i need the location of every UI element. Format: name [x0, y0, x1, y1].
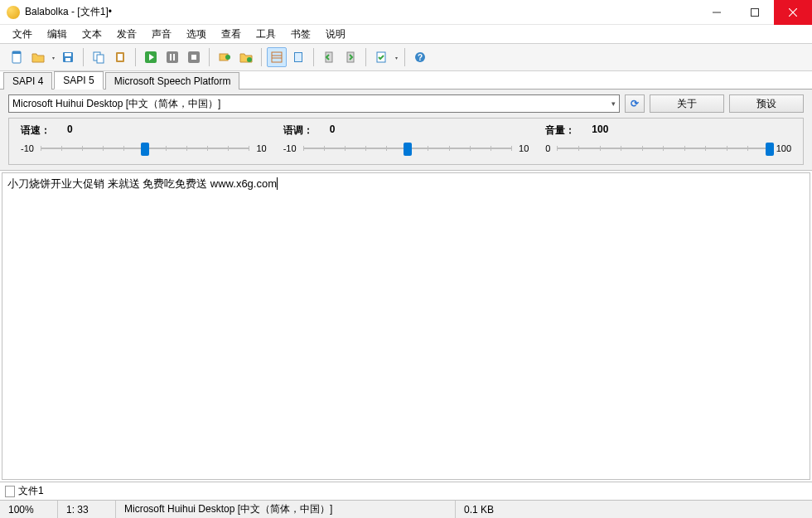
svg-rect-26	[295, 53, 302, 61]
editor-text: 小刀烧饼开业大促销 来就送 免费吃免费送 www.x6g.com	[7, 177, 277, 190]
refresh-voices-button[interactable]: ⟳	[625, 94, 645, 113]
text-editor[interactable]: 小刀烧饼开业大促销 来就送 免费吃免费送 www.x6g.com	[2, 172, 810, 480]
maximize-button[interactable]	[736, 0, 774, 25]
svg-rect-12	[118, 54, 123, 61]
stop-button[interactable]	[184, 47, 204, 67]
refresh-icon: ⟳	[631, 98, 639, 109]
about-voice-button[interactable]: 关于	[650, 94, 724, 113]
dictionary-button[interactable]	[288, 47, 308, 67]
prev-bookmark-button[interactable]	[319, 47, 339, 67]
volume-slider[interactable]	[557, 141, 769, 156]
new-button[interactable]	[7, 47, 27, 67]
svg-point-21	[247, 57, 252, 62]
volume-thumb[interactable]	[766, 143, 774, 156]
svg-rect-14	[167, 51, 178, 63]
menu-speak[interactable]: 发音	[109, 26, 144, 43]
rate-value: 0	[67, 123, 73, 138]
volume-label: 音量：	[545, 123, 575, 138]
menu-view[interactable]: 查看	[214, 26, 249, 43]
svg-rect-15	[170, 54, 172, 61]
document-icon	[5, 486, 15, 497]
menu-bar: 文件 编辑 文本 发音 声音 选项 查看 工具 书签 说明	[0, 25, 812, 43]
menu-voice[interactable]: 声音	[144, 26, 179, 43]
voice-select[interactable]: Microsoft Huihui Desktop [中文（简体，中国）] ▾	[8, 94, 620, 113]
spellcheck-button[interactable]	[371, 47, 391, 67]
text-caret	[277, 177, 278, 190]
svg-rect-22	[272, 52, 282, 62]
status-cursor-pos: 1: 33	[58, 501, 116, 518]
svg-rect-1	[752, 8, 759, 16]
menu-file[interactable]: 文件	[5, 26, 40, 43]
menu-options[interactable]: 选项	[179, 26, 214, 43]
pitch-max: 10	[519, 143, 529, 153]
pitch-slider[interactable]	[303, 141, 513, 156]
svg-rect-7	[65, 53, 71, 56]
document-tab-bar: 文件1	[0, 482, 812, 500]
volume-max: 100	[776, 143, 791, 153]
status-zoom: 100%	[0, 501, 58, 518]
app-icon	[7, 6, 20, 19]
pause-button[interactable]	[162, 47, 182, 67]
rate-max: 10	[256, 143, 266, 153]
window-title: Balabolka - [文件1]•	[25, 5, 698, 19]
copy-button[interactable]	[89, 47, 109, 67]
convert-folder-button[interactable]	[236, 47, 256, 67]
volume-group: 音量：100 0 100	[545, 123, 791, 156]
preset-button[interactable]: 预设	[729, 94, 804, 113]
close-button[interactable]	[774, 0, 812, 25]
sliders-group: 语速：0 -10 10 语调：0 -10 10 音量：1	[8, 118, 804, 165]
rate-group: 语速：0 -10 10	[21, 123, 267, 156]
status-size: 0.1 KB	[456, 501, 812, 518]
status-bar: 100% 1: 33 Microsoft Huihui Desktop [中文（…	[0, 500, 812, 518]
play-button[interactable]	[141, 47, 161, 67]
tab-msspeech[interactable]: Microsoft Speech Platform	[105, 72, 240, 90]
svg-rect-8	[65, 58, 70, 61]
pitch-value: 0	[330, 123, 336, 138]
svg-rect-16	[173, 54, 175, 61]
toolbar: ▾ ▾ ?	[0, 43, 812, 71]
tab-sapi5[interactable]: SAPI 5	[54, 71, 103, 90]
paste-button[interactable]	[110, 47, 130, 67]
voice-select-value: Microsoft Huihui Desktop [中文（简体，中国）]	[12, 97, 220, 111]
open-dropdown[interactable]: ▾	[50, 55, 56, 61]
chevron-down-icon: ▾	[611, 99, 616, 108]
menu-bookmarks[interactable]: 书签	[283, 26, 318, 43]
svg-rect-5	[12, 51, 21, 54]
document-tab[interactable]: 文件1	[18, 484, 44, 498]
pitch-label: 语调：	[283, 123, 313, 138]
pitch-group: 语调：0 -10 10	[283, 123, 529, 156]
svg-text:?: ?	[418, 53, 423, 62]
tab-sapi4[interactable]: SAPI 4	[3, 72, 52, 90]
svg-point-20	[225, 55, 230, 60]
next-bookmark-button[interactable]	[341, 47, 360, 67]
svg-rect-18	[191, 55, 196, 60]
menu-text[interactable]: 文本	[75, 26, 109, 43]
voice-panel: Microsoft Huihui Desktop [中文（简体，中国）] ▾ ⟳…	[0, 90, 812, 171]
menu-edit[interactable]: 编辑	[40, 26, 75, 43]
volume-value: 100	[592, 123, 608, 138]
menu-help[interactable]: 说明	[318, 26, 353, 43]
panel-toggle-button[interactable]	[267, 47, 287, 67]
title-bar: Balabolka - [文件1]•	[0, 0, 812, 25]
pitch-min: -10	[283, 143, 297, 153]
rate-slider[interactable]	[41, 141, 250, 156]
record-audio-button[interactable]	[215, 47, 234, 67]
svg-rect-10	[97, 55, 104, 63]
volume-min: 0	[545, 143, 550, 153]
open-button[interactable]	[28, 47, 48, 67]
pitch-thumb[interactable]	[404, 143, 412, 156]
engine-tabs: SAPI 4 SAPI 5 Microsoft Speech Platform	[0, 71, 812, 90]
spellcheck-dropdown[interactable]: ▾	[393, 55, 399, 61]
status-voice: Microsoft Huihui Desktop [中文（简体，中国）]	[116, 501, 456, 518]
rate-label: 语速：	[21, 123, 51, 138]
rate-thumb[interactable]	[141, 143, 149, 156]
rate-min: -10	[21, 143, 34, 153]
help-button[interactable]: ?	[410, 47, 430, 67]
minimize-button[interactable]	[698, 0, 736, 25]
menu-tools[interactable]: 工具	[249, 26, 283, 43]
save-button[interactable]	[58, 47, 78, 67]
